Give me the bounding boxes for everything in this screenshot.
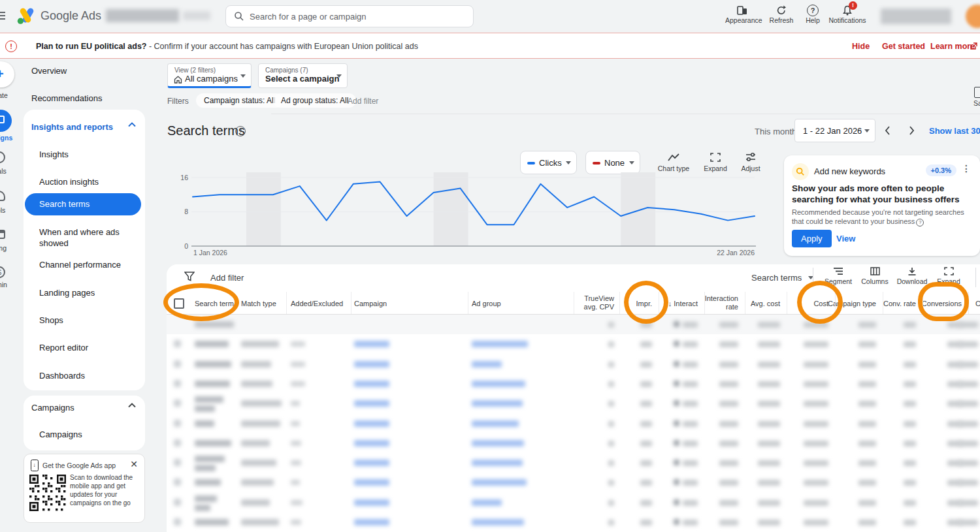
campaign-link-redacted[interactable] — [354, 400, 389, 407]
row-checkbox[interactable] — [174, 340, 181, 347]
filter-funnel-icon[interactable] — [184, 272, 195, 281]
campaign-link-redacted[interactable] — [354, 381, 389, 387]
column-header-added-excluded[interactable]: Added/Excluded — [291, 300, 343, 307]
group-header-insights[interactable]: Insights and reports — [31, 121, 137, 133]
chart-type-button[interactable]: Chart type — [655, 153, 693, 172]
campaign-link-redacted[interactable] — [354, 440, 389, 446]
sidebar-item-report-editor[interactable]: Report editor — [39, 342, 137, 353]
sidebar-item-overview[interactable]: Overview — [31, 66, 67, 76]
campaign-link-redacted[interactable] — [354, 479, 389, 486]
row-checkbox[interactable] — [174, 360, 181, 368]
nav-notifications[interactable]: ! Notifications — [825, 4, 870, 24]
row-checkbox[interactable] — [174, 420, 181, 427]
sidebar-item-shops[interactable]: Shops — [39, 315, 137, 326]
apply-button[interactable]: Apply — [792, 230, 832, 247]
campaign-link-redacted[interactable] — [354, 420, 389, 427]
global-search[interactable]: Search for a page or campaign — [225, 5, 474, 27]
ad-group-link-redacted[interactable] — [472, 460, 523, 466]
save-icon[interactable] — [974, 87, 980, 98]
ad-group-link-redacted[interactable] — [472, 341, 528, 347]
sidebar-item-insights[interactable]: Insights — [39, 149, 137, 160]
ad-group-link-redacted[interactable] — [472, 400, 523, 407]
segment-label: Segment — [822, 277, 855, 285]
date-next-icon[interactable] — [907, 125, 916, 136]
select-all-checkbox[interactable] — [174, 298, 184, 309]
rail-item-tools[interactable]: Tools — [0, 206, 10, 214]
sidebar-item-campaigns[interactable]: Campaigns — [39, 430, 82, 439]
tools-icon[interactable] — [0, 191, 5, 201]
sidebar-item-recommendations[interactable]: Recommendations — [31, 93, 102, 103]
row-checkbox[interactable] — [174, 399, 181, 407]
rail-item-create[interactable]: Create — [0, 91, 12, 99]
menu-icon[interactable] — [0, 12, 5, 20]
title-help-icon[interactable]: ? — [235, 126, 246, 136]
sidebar-item-channel-performance[interactable]: Channel performance — [39, 259, 137, 270]
ad-group-link-redacted[interactable] — [472, 361, 502, 368]
rail-item-billing[interactable]: Billing — [0, 244, 12, 252]
add-filter-link[interactable]: Add filter — [348, 97, 378, 106]
ad-group-link-redacted[interactable] — [472, 420, 519, 427]
group-header-campaigns[interactable]: Campaigns — [31, 401, 137, 413]
row-checkbox[interactable] — [174, 439, 181, 446]
view-switcher[interactable]: View (2 filters) All campaigns — [167, 63, 252, 88]
campaign-link-redacted[interactable] — [354, 519, 389, 525]
nav-refresh[interactable]: Refresh — [766, 4, 797, 24]
column-header-search-term[interactable]: Search term — [195, 300, 234, 307]
campaign-link-redacted[interactable] — [354, 460, 389, 466]
download-button[interactable]: Download — [894, 267, 930, 285]
row-checkbox[interactable] — [174, 518, 181, 525]
rail-item-admin[interactable]: Admin — [0, 281, 10, 289]
banner-learn-more-link[interactable]: Learn more — [930, 42, 975, 51]
table-add-filter[interactable]: Add filter — [210, 273, 244, 283]
filter-chip-adgroup-status[interactable]: Ad group status: All — [273, 93, 356, 108]
date-range-picker[interactable]: 1 - 22 Jan 2026 — [794, 119, 875, 142]
ad-group-link-redacted[interactable] — [472, 499, 502, 506]
create-button[interactable]: + — [0, 61, 14, 87]
date-prev-icon[interactable] — [883, 125, 892, 136]
admin-icon[interactable]: $ — [0, 266, 5, 278]
view-button[interactable]: View — [836, 234, 855, 243]
column-header-conversions[interactable]: Conversions — [870, 300, 962, 307]
table-scope-selector[interactable]: Search terms — [751, 273, 813, 283]
rail-item-campaigns[interactable]: Campaigns — [0, 134, 14, 142]
filter-chip-campaign-status[interactable]: Campaign status: All — [196, 93, 283, 108]
more-options-icon[interactable]: ⋮ — [962, 163, 971, 174]
row-checkbox[interactable] — [174, 380, 181, 387]
row-checkbox[interactable] — [174, 459, 181, 466]
segment-button[interactable]: Segment — [822, 267, 855, 285]
campaign-switcher[interactable]: Campaigns (7) Select a campaign — [258, 63, 348, 88]
banner-hide-link[interactable]: Hide — [852, 42, 870, 51]
nav-help[interactable]: ? Help — [801, 4, 825, 24]
campaign-link-redacted[interactable] — [354, 499, 389, 506]
column-header-campaign[interactable]: Campaign — [354, 300, 387, 307]
column-header-cost-conv[interactable]: Cost / conv. — [975, 300, 980, 307]
rail-item-goals[interactable]: Goals — [0, 167, 10, 175]
billing-icon[interactable] — [0, 230, 5, 239]
ad-group-link-redacted[interactable] — [472, 381, 525, 387]
row-checkbox[interactable] — [174, 499, 181, 506]
rail-item-campaigns-icon[interactable] — [0, 110, 12, 132]
chart-expand-button[interactable]: Expand — [699, 153, 732, 172]
sidebar-item-when-and-where-ads-showed[interactable]: When and where ads showed — [39, 227, 137, 249]
goals-icon[interactable] — [0, 151, 5, 163]
sidebar-item-landing-pages[interactable]: Landing pages — [39, 287, 137, 298]
chart-adjust-button[interactable]: Adjust — [736, 153, 766, 172]
ad-group-link-redacted[interactable] — [472, 479, 527, 486]
banner-get-started-link[interactable]: Get started — [882, 42, 925, 51]
sidebar-item-auction-insights[interactable]: Auction insights — [39, 176, 137, 187]
column-header-match-type[interactable]: Match type — [241, 300, 276, 307]
avatar[interactable] — [966, 5, 980, 28]
campaign-link-redacted[interactable] — [354, 341, 389, 347]
sidebar-item-search-terms[interactable]: Search terms — [39, 199, 90, 209]
nav-appearance[interactable]: Appearance — [725, 4, 759, 24]
show-last-30-days-link[interactable]: Show last 30 days — [929, 126, 980, 136]
ad-group-link-redacted[interactable] — [472, 519, 524, 525]
table-expand-button[interactable]: Expand — [933, 267, 964, 285]
ad-group-link-redacted[interactable] — [472, 440, 524, 446]
column-header-ad-group[interactable]: Ad group — [472, 300, 501, 307]
campaign-link-redacted[interactable] — [354, 361, 389, 368]
columns-button[interactable]: Columns — [858, 267, 891, 285]
sidebar-item-dashboards[interactable]: Dashboards — [39, 370, 137, 381]
close-icon[interactable]: ✕ — [130, 459, 138, 469]
row-checkbox[interactable] — [174, 478, 181, 486]
